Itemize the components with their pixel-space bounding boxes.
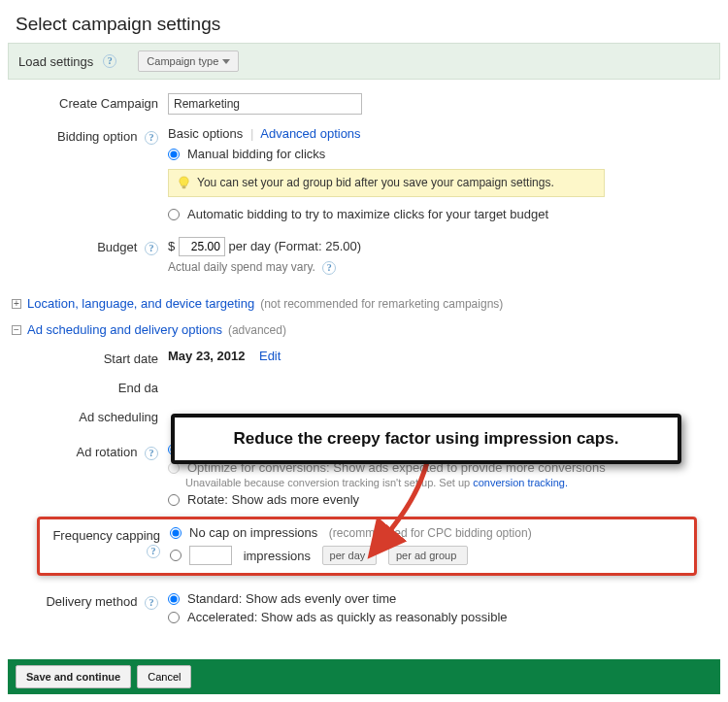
ad-scheduling-section-label: Ad scheduling and delivery options [27,322,222,337]
help-icon[interactable]: ? [103,54,116,68]
page-title: Select campaign settings [0,0,728,43]
no-cap-label: No cap on impressions [189,525,317,540]
per-ad-group-dropdown[interactable]: per ad group [388,546,468,565]
rotate-evenly-radio[interactable] [168,494,180,506]
no-cap-note: (recommended for CPC bidding option) [329,526,532,540]
ad-scheduling-section-note: (advanced) [228,323,286,337]
end-date-label: End da [8,378,168,395]
svg-rect-0 [182,185,186,188]
create-campaign-label: Create Campaign [8,93,168,111]
campaign-type-dropdown[interactable]: Campaign type [138,50,239,72]
save-and-continue-button[interactable]: Save and continue [16,665,131,688]
help-icon[interactable]: ? [145,447,158,460]
campaign-type-dropdown-label: Campaign type [147,55,218,67]
impressions-count-input[interactable] [189,546,232,565]
basic-options-tab[interactable]: Basic options [168,126,243,141]
help-icon[interactable]: ? [147,545,160,558]
manual-bidding-label: Manual bidding for clicks [187,147,325,161]
help-icon[interactable]: ? [145,596,158,610]
standard-delivery-radio[interactable] [168,593,180,605]
load-settings-label: Load settings [18,54,93,69]
budget-hint: Actual daily spend may vary. [168,260,315,274]
accelerated-delivery-radio[interactable] [168,612,180,623]
budget-input[interactable] [179,237,225,256]
budget-label: Budget [97,240,137,254]
delivery-method-label: Delivery method [46,594,137,609]
automatic-bidding-label: Automatic bidding to try to maximize cli… [187,207,548,221]
start-date-value: May 23, 2012 [168,349,246,363]
standard-delivery-label: Standard: Show ads evenly over time [187,591,396,606]
help-icon[interactable]: ? [145,242,158,255]
per-day-dropdown-label: per day [330,550,366,561]
conversion-unavailable-text: Unavailable because conversion tracking … [185,477,473,488]
per-day-dropdown[interactable]: per day [322,546,378,565]
manual-bidding-radio[interactable] [168,149,180,160]
collapse-icon: − [12,325,21,335]
location-language-section-toggle[interactable]: + Location, language, and device targeti… [12,296,716,311]
impressions-cap-radio[interactable] [170,550,182,561]
footer-action-bar: Save and continue Cancel [8,659,720,694]
currency-symbol: $ [168,239,175,253]
location-language-note: (not recommended for remarketing campaig… [260,297,503,311]
ad-scheduling-section-toggle[interactable]: − Ad scheduling and delivery options (ad… [12,322,716,337]
advanced-options-link[interactable]: Advanced options [260,126,360,141]
load-settings-bar: Load settings ? Campaign type [8,43,720,80]
ad-rotation-label: Ad rotation [77,445,138,459]
cancel-button[interactable]: Cancel [137,665,191,688]
chevron-down-icon [222,59,230,64]
automatic-bidding-radio[interactable] [168,209,180,220]
bidding-option-label: Bidding option [57,129,137,144]
annotation-callout: Reduce the creepy factor using impressio… [171,414,681,464]
help-icon[interactable]: ? [322,261,336,275]
impressions-word: impressions [244,549,311,563]
accelerated-delivery-label: Accelerated: Show ads as quickly as reas… [187,610,508,624]
edit-start-date-link[interactable]: Edit [259,349,281,363]
frequency-capping-label: Frequency capping [52,528,160,543]
campaign-name-input[interactable] [168,93,362,115]
expand-icon: + [12,299,21,309]
separator: | [250,126,253,141]
rotate-evenly-label: Rotate: Show ads more evenly [187,492,359,507]
bidding-tip-text: You can set your ad group bid after you … [197,176,554,189]
ad-scheduling-label: Ad scheduling [8,407,168,424]
help-icon[interactable]: ? [145,131,158,145]
per-ad-group-dropdown-label: per ad group [396,550,456,561]
no-cap-radio[interactable] [170,527,182,539]
frequency-capping-highlight: Frequency capping ? No cap on impression… [37,517,697,576]
location-language-label: Location, language, and device targeting [27,296,254,311]
conversion-tracking-link[interactable]: conversion tracking. [473,477,568,488]
lightbulb-icon [177,176,191,190]
budget-suffix: per day (Format: 25.00) [228,239,361,253]
start-date-label: Start date [8,349,168,366]
bidding-tip-box: You can set your ad group bid after you … [168,169,605,197]
